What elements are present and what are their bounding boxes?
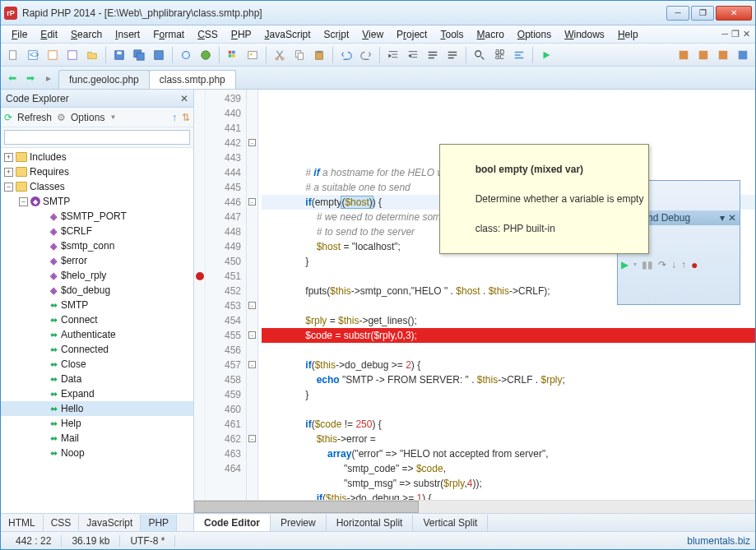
tree-member[interactable]: ⬌Data xyxy=(1,372,193,386)
replace-button[interactable]: abac xyxy=(490,46,508,64)
menu-macro[interactable]: Macro xyxy=(471,27,509,42)
debug-pause-icon[interactable]: ▮▮ xyxy=(642,257,653,272)
save-button[interactable] xyxy=(110,46,128,64)
maximize-button[interactable]: ❐ xyxy=(691,6,714,21)
tree-member[interactable]: ◈$CRLF xyxy=(1,224,193,238)
lang-tab-javascript[interactable]: JavaScript xyxy=(79,515,141,531)
tool-x1-button[interactable] xyxy=(675,46,693,64)
outdent-button[interactable] xyxy=(404,46,422,64)
menu-javascript[interactable]: JavaScript xyxy=(259,27,317,42)
gear-icon[interactable]: ⚙ xyxy=(57,112,66,123)
color-button[interactable] xyxy=(224,46,242,64)
menu-insert[interactable]: Insert xyxy=(109,27,146,42)
mdi-minimize-icon[interactable]: ─ xyxy=(721,29,728,39)
debug-record-icon[interactable]: ● xyxy=(691,257,698,272)
menu-search[interactable]: Search xyxy=(65,27,108,42)
lang-tab-html[interactable]: HTML xyxy=(1,515,44,531)
tree-member[interactable]: ⬌Noop xyxy=(1,446,193,460)
browser-button[interactable] xyxy=(197,46,215,64)
save-all-button[interactable] xyxy=(130,46,148,64)
menu-view[interactable]: View xyxy=(356,27,389,42)
refresh-button[interactable]: Refresh xyxy=(17,112,52,123)
menu-php[interactable]: PHP xyxy=(225,27,257,42)
indent-button[interactable] xyxy=(384,46,402,64)
new-file-button[interactable] xyxy=(4,46,22,64)
cut-button[interactable] xyxy=(271,46,289,64)
lang-tab-php[interactable]: PHP xyxy=(141,515,177,531)
tree-member[interactable]: ⬌Mail xyxy=(1,431,193,446)
nav-back-button[interactable]: ⬅ xyxy=(4,70,21,86)
save-ftp-button[interactable] xyxy=(150,46,168,64)
menu-project[interactable]: Project xyxy=(391,27,433,42)
menu-format[interactable]: Format xyxy=(147,27,190,42)
new-css-button[interactable] xyxy=(44,46,62,64)
debug-stepout-icon[interactable]: ↑ xyxy=(681,257,686,272)
status-encoding[interactable]: UTF-8 * xyxy=(120,535,175,547)
tree-member[interactable]: ⬌Authenticate xyxy=(1,327,193,342)
explorer-search-input[interactable] xyxy=(4,130,190,145)
tree-member[interactable]: ◈$SMTP_PORT xyxy=(1,209,193,224)
close-button[interactable]: ✕ xyxy=(716,6,752,21)
nav-fwd-button[interactable]: ➡ xyxy=(22,70,39,86)
status-link[interactable]: blumentals.biz xyxy=(687,535,750,547)
tree-member[interactable]: ⬌Connect xyxy=(1,312,193,327)
options-dropdown-icon[interactable]: ▼ xyxy=(109,113,116,121)
menu-options[interactable]: Options xyxy=(512,27,557,42)
tool-x2-button[interactable] xyxy=(694,46,712,64)
lang-tab-css[interactable]: CSS xyxy=(44,515,80,531)
view-tab[interactable]: Vertical Split xyxy=(413,515,488,531)
file-tab-1[interactable]: class.smtp.php xyxy=(149,70,236,89)
paste-button[interactable] xyxy=(310,46,328,64)
tree-member[interactable]: ⬌Hello xyxy=(1,401,193,416)
tree-folder[interactable]: +Requires xyxy=(1,164,193,179)
menu-tools[interactable]: Tools xyxy=(434,27,469,42)
tree-member[interactable]: ◈$error xyxy=(1,253,193,268)
tree-member[interactable]: ⬌Connected xyxy=(1,342,193,357)
minimize-button[interactable]: ─ xyxy=(666,6,689,21)
debug-stepover-icon[interactable]: ↷ xyxy=(658,257,666,272)
copy-button[interactable] xyxy=(290,46,308,64)
tree-member[interactable]: ⬌Help xyxy=(1,416,193,431)
redo-button[interactable] xyxy=(357,46,375,64)
debug-play-icon[interactable]: ▶ xyxy=(621,257,628,272)
menu-file[interactable]: File xyxy=(6,27,33,42)
refresh-icon[interactable]: ⟳ xyxy=(4,112,12,123)
new-php-button[interactable] xyxy=(63,46,81,64)
file-tab-0[interactable]: func.geoloc.php xyxy=(58,70,150,89)
tree-member[interactable]: ⬌Expand xyxy=(1,386,193,401)
tree-member[interactable]: ⬌Close xyxy=(1,357,193,372)
code-editor[interactable]: bool empty (mixed var) Determine whether… xyxy=(258,90,755,500)
menu-windows[interactable]: Windows xyxy=(559,27,610,42)
find-button[interactable] xyxy=(471,46,489,64)
preview-button[interactable] xyxy=(177,46,195,64)
menu-help[interactable]: Help xyxy=(612,27,644,42)
tree-class[interactable]: −◆SMTP xyxy=(1,194,193,209)
tree-folder[interactable]: +Includes xyxy=(1,150,193,164)
titlebar[interactable]: rP Rapid PHP 2014 - [E:\Web\_phplibrary\… xyxy=(1,1,755,25)
format-button[interactable] xyxy=(424,46,442,64)
sort-toggle-icon[interactable]: ⇅ xyxy=(182,112,190,123)
goto-button[interactable] xyxy=(510,46,528,64)
view-tab[interactable]: Preview xyxy=(271,515,327,531)
open-button[interactable] xyxy=(83,46,101,64)
mdi-close-icon[interactable]: ✕ xyxy=(743,29,750,39)
nav-list-button[interactable]: ▸ xyxy=(40,70,57,86)
editor-hscroll[interactable] xyxy=(194,500,755,513)
wrap-button[interactable] xyxy=(443,46,461,64)
new-html-button[interactable]: <> xyxy=(24,46,42,64)
menu-css[interactable]: CSS xyxy=(192,27,224,42)
undo-button[interactable] xyxy=(337,46,355,64)
explorer-close-icon[interactable]: ✕ xyxy=(180,93,188,104)
run-button[interactable] xyxy=(537,46,555,64)
options-button[interactable]: Options xyxy=(71,112,104,123)
tree-member[interactable]: ⬌SMTP xyxy=(1,298,193,312)
tool-x4-button[interactable] xyxy=(734,46,752,64)
sort-up-icon[interactable]: ↑ xyxy=(172,112,177,123)
rundebug-dd-icon[interactable]: ▾ xyxy=(720,210,725,225)
fold-gutter[interactable]: ------ xyxy=(247,90,258,500)
tree-member[interactable]: ◈$helo_rply xyxy=(1,268,193,283)
menu-edit[interactable]: Edit xyxy=(35,27,63,42)
mdi-restore-icon[interactable]: ❐ xyxy=(731,29,740,39)
rundebug-close-icon[interactable]: ✕ xyxy=(728,210,736,225)
view-tab[interactable]: Horizontal Split xyxy=(327,515,414,531)
